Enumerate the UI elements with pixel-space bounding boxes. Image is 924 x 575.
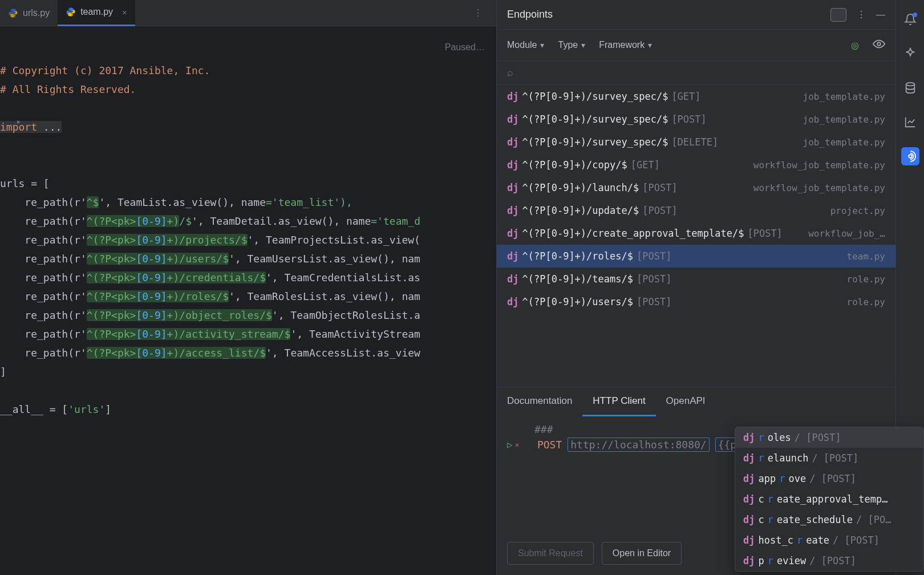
popup-item[interactable]: dj approve/ [POST] bbox=[735, 468, 923, 489]
tab-label: team.py bbox=[80, 7, 113, 17]
popup-item[interactable]: dj preview/ [POST] bbox=[735, 550, 923, 571]
open-in-editor-button[interactable]: Open in Editor bbox=[602, 542, 682, 565]
endpoint-row[interactable]: dj ^(?P[0-9]+)/copy/$ [GET]workflow_job_… bbox=[497, 153, 895, 176]
http-method: POST bbox=[537, 439, 562, 451]
endpoint-row[interactable]: dj ^(?P[0-9]+)/update/$ [POST]project.py bbox=[497, 199, 895, 222]
eye-icon[interactable] bbox=[873, 38, 885, 52]
popup-item[interactable]: dj create_approval_temp… bbox=[735, 489, 923, 509]
autocomplete-popup: dj roles/ [POST]dj relaunch/ [POST]dj ap… bbox=[735, 427, 924, 572]
close-icon[interactable]: × bbox=[122, 7, 127, 17]
chart-icon[interactable] bbox=[901, 113, 919, 131]
python-icon bbox=[66, 7, 76, 17]
error-icon: × bbox=[515, 441, 519, 449]
code-editor[interactable]: ▸ Paused… # Copyright (c) 2017 Ansible, … bbox=[0, 26, 496, 575]
tab-label: urls.py bbox=[23, 8, 50, 18]
submit-request-button: Submit Request bbox=[507, 542, 594, 565]
fold-arrow-icon[interactable]: ▸ bbox=[17, 118, 21, 125]
notifications-icon[interactable] bbox=[901, 10, 919, 29]
status-paused: Paused… bbox=[445, 42, 485, 52]
tab-documentation[interactable]: Documentation bbox=[497, 387, 582, 416]
endpoint-row[interactable]: dj ^(?P[0-9]+)/launch/$ [POST]workflow_j… bbox=[497, 176, 895, 199]
layout-icon[interactable] bbox=[830, 8, 846, 22]
endpoint-tabs: Documentation HTTP Client OpenAPI bbox=[497, 387, 895, 416]
database-icon[interactable] bbox=[901, 79, 919, 97]
endpoints-icon[interactable] bbox=[901, 147, 919, 165]
tab-team[interactable]: team.py × bbox=[58, 0, 135, 26]
http-url-host[interactable]: http://localhost:8080/ bbox=[568, 438, 709, 452]
popup-item[interactable]: dj create_schedule/ [PO… bbox=[735, 509, 923, 530]
endpoint-row[interactable]: dj ^(?P[0-9]+)/users/$ [POST]role.py bbox=[497, 290, 895, 313]
svg-point-0 bbox=[877, 42, 881, 46]
more-icon[interactable]: ⋮ bbox=[473, 7, 483, 18]
endpoint-row[interactable]: dj ^(?P[0-9]+)/create_approval_template/… bbox=[497, 222, 895, 245]
endpoint-row[interactable]: dj ^(?P[0-9]+)/roles/$ [POST]team.py bbox=[497, 245, 895, 268]
tab-http-client[interactable]: HTTP Client bbox=[582, 387, 655, 416]
svg-point-2 bbox=[909, 155, 912, 158]
endpoint-row[interactable]: dj ^(?P[0-9]+)/survey_spec/$ [DELETE]job… bbox=[497, 131, 895, 153]
minimize-icon[interactable]: — bbox=[876, 10, 885, 20]
target-icon[interactable]: ◎ bbox=[851, 40, 859, 51]
endpoint-row[interactable]: dj ^(?P[0-9]+)/survey_spec/$ [POST]job_t… bbox=[497, 108, 895, 131]
tab-urls[interactable]: urls.py bbox=[0, 0, 58, 26]
tab-openapi[interactable]: OpenAPI bbox=[656, 387, 716, 416]
chevron-down-icon: ▾ bbox=[581, 41, 585, 50]
popup-item[interactable]: dj relaunch/ [POST] bbox=[735, 448, 923, 468]
popup-item[interactable]: dj roles/ [POST] bbox=[735, 427, 923, 448]
filter-type[interactable]: Type ▾ bbox=[558, 40, 585, 50]
python-icon bbox=[8, 8, 18, 18]
endpoint-row[interactable]: dj ^(?P[0-9]+)/survey_spec/$ [GET]job_te… bbox=[497, 85, 895, 108]
filter-framework[interactable]: Framework ▾ bbox=[599, 40, 652, 50]
popup-item[interactable]: dj host_create/ [POST] bbox=[735, 530, 923, 550]
editor-tabs: urls.py team.py × ⋮ bbox=[0, 0, 496, 26]
run-icon[interactable]: ▷ bbox=[507, 439, 513, 450]
endpoint-list: dj ^(?P[0-9]+)/survey_spec/$ [GET]job_te… bbox=[497, 85, 895, 387]
svg-point-1 bbox=[906, 83, 914, 86]
chevron-down-icon: ▾ bbox=[540, 41, 544, 50]
endpoint-search[interactable]: ⌕ bbox=[497, 61, 895, 85]
chevron-down-icon: ▾ bbox=[648, 41, 652, 50]
search-icon: ⌕ bbox=[507, 67, 513, 78]
more-icon[interactable]: ⋮ bbox=[857, 9, 866, 20]
ai-icon[interactable] bbox=[901, 44, 919, 63]
filter-module[interactable]: Module ▾ bbox=[507, 40, 544, 50]
panel-title: Endpoints bbox=[507, 9, 553, 21]
endpoint-row[interactable]: dj ^(?P[0-9]+)/teams/$ [POST]role.py bbox=[497, 268, 895, 290]
